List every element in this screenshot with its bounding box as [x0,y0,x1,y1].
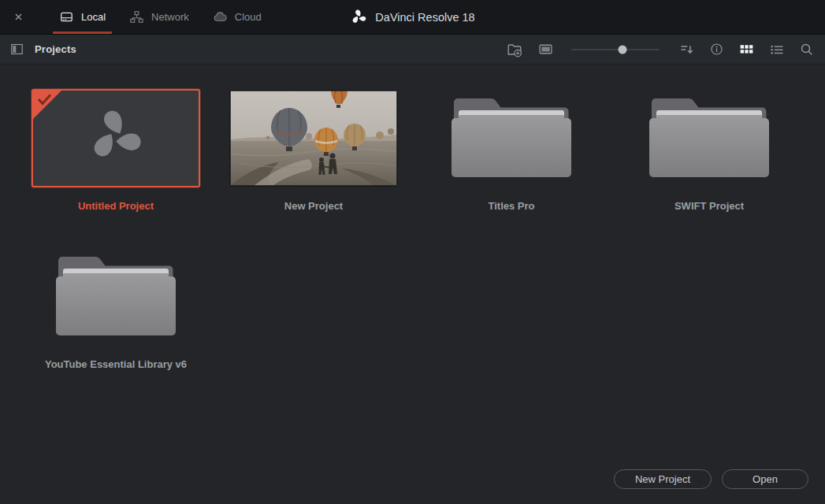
list-view-button[interactable] [769,42,785,57]
sort-order-button[interactable] [678,41,695,57]
project-tile-titles-pro[interactable]: Titles Pro [427,89,596,212]
slider-track[interactable] [571,49,660,50]
project-name: SWIFT Project [674,200,744,212]
project-grid: Untitled Project New Project Titles Pro … [32,89,825,370]
project-thumbnail-image [230,91,397,186]
project-name: Titles Pro [488,200,534,212]
folder-icon [644,89,775,188]
sidebar-toggle-icon [9,42,24,57]
new-project-button[interactable]: New Project [614,469,712,489]
project-tile-new-project[interactable]: New Project [229,89,398,212]
selected-check-badge [32,90,62,120]
search-icon [799,42,814,57]
sort-icon [678,41,695,57]
app-title-text: DaVinci Resolve 18 [375,11,474,24]
search-button[interactable] [799,42,814,57]
tab-cloud[interactable]: Cloud [201,0,273,34]
project-tile-swift-project[interactable]: SWIFT Project [625,89,793,212]
project-name: Untitled Project [78,200,154,212]
network-icon [129,9,144,24]
titlebar: Local Network Cloud DaVinci Resolve 18 [0,0,825,35]
thumbnail-size-slider[interactable] [571,43,660,57]
grid-view-icon [738,41,755,57]
new-folder-icon [506,41,523,58]
davinci-logo-icon [87,109,145,168]
footer-actions: New Project Open [614,469,808,489]
tab-local[interactable]: Local [47,0,117,34]
cloud-icon [213,9,228,24]
grid-view-button[interactable] [738,41,755,57]
project-browser: Untitled Project New Project Titles Pro … [0,65,825,504]
projects-toolbar: Projects [0,35,825,65]
preview-icon [537,41,554,57]
close-window-button[interactable] [0,0,36,34]
info-icon [709,42,724,57]
open-button[interactable]: Open [722,469,808,489]
folder-icon [50,247,181,346]
close-icon [12,10,25,24]
app-title: DaVinci Resolve 18 [350,0,474,35]
project-tile-untitled-project[interactable]: Untitled Project [32,89,200,212]
size-slider-thumb[interactable] [618,45,626,54]
sidebar-toggle-button[interactable] [9,42,24,57]
page-title: Projects [35,43,76,55]
drive-icon [59,9,74,24]
project-name: New Project [284,200,343,212]
list-view-icon [769,42,785,57]
tab-bar: Local Network Cloud [47,0,273,34]
preview-toggle-button[interactable] [537,41,554,57]
project-name: YouTube Essential Library v6 [45,358,187,370]
folder-icon [446,89,577,188]
tab-network[interactable]: Network [117,0,201,34]
project-tile-youtube-essential-library-v6[interactable]: YouTube Essential Library v6 [32,247,200,370]
project-info-button[interactable] [709,42,724,57]
davinci-resolve-logo-icon [350,9,366,26]
new-folder-button[interactable] [506,41,523,58]
